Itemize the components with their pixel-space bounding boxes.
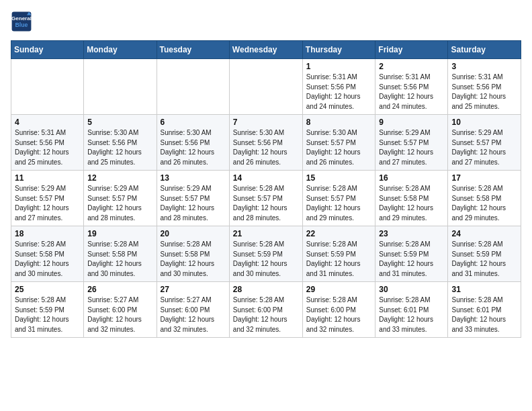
- calendar-cell: 10Sunrise: 5:29 AM Sunset: 5:57 PM Dayli…: [448, 115, 521, 171]
- calendar-cell: 29Sunrise: 5:28 AM Sunset: 6:00 PM Dayli…: [302, 282, 375, 338]
- calendar-cell: 18Sunrise: 5:28 AM Sunset: 5:58 PM Dayli…: [11, 226, 84, 282]
- calendar-cell: [229, 59, 302, 115]
- day-number: 6: [161, 118, 226, 127]
- day-info: Sunrise: 5:30 AM Sunset: 5:57 PM Dayligh…: [306, 128, 372, 167]
- day-info: Sunrise: 5:28 AM Sunset: 5:58 PM Dayligh…: [451, 184, 517, 223]
- page-header: General Blue: [11, 11, 521, 32]
- calendar-cell: 20Sunrise: 5:28 AM Sunset: 5:58 PM Dayli…: [157, 226, 229, 282]
- day-number: 25: [15, 285, 80, 294]
- day-number: 24: [451, 229, 517, 238]
- day-info: Sunrise: 5:28 AM Sunset: 6:01 PM Dayligh…: [379, 295, 444, 334]
- day-number: 26: [87, 285, 152, 294]
- calendar-cell: 17Sunrise: 5:28 AM Sunset: 5:58 PM Dayli…: [448, 171, 521, 226]
- calendar-cell: 30Sunrise: 5:28 AM Sunset: 6:01 PM Dayli…: [375, 282, 448, 338]
- day-number: 8: [306, 118, 372, 127]
- day-info: Sunrise: 5:28 AM Sunset: 5:59 PM Dayligh…: [15, 295, 80, 334]
- calendar-cell: 25Sunrise: 5:28 AM Sunset: 5:59 PM Dayli…: [11, 282, 84, 338]
- day-info: Sunrise: 5:28 AM Sunset: 6:01 PM Dayligh…: [451, 295, 517, 334]
- day-number: 22: [306, 229, 372, 238]
- day-number: 13: [161, 173, 226, 183]
- day-info: Sunrise: 5:28 AM Sunset: 5:57 PM Dayligh…: [306, 184, 372, 223]
- day-info: Sunrise: 5:31 AM Sunset: 5:56 PM Dayligh…: [379, 73, 444, 111]
- weekday-header-tuesday: Tuesday: [157, 41, 229, 59]
- day-number: 10: [451, 118, 517, 127]
- calendar-week-row: 25Sunrise: 5:28 AM Sunset: 5:59 PM Dayli…: [11, 282, 521, 338]
- day-info: Sunrise: 5:29 AM Sunset: 5:57 PM Dayligh…: [451, 128, 517, 167]
- calendar-cell: 13Sunrise: 5:29 AM Sunset: 5:57 PM Dayli…: [157, 171, 229, 226]
- day-number: 4: [15, 118, 80, 127]
- day-info: Sunrise: 5:28 AM Sunset: 6:00 PM Dayligh…: [233, 295, 299, 334]
- calendar-cell: 28Sunrise: 5:28 AM Sunset: 6:00 PM Dayli…: [229, 282, 302, 338]
- calendar-table: SundayMondayTuesdayWednesdayThursdayFrid…: [11, 40, 521, 338]
- calendar-week-row: 4Sunrise: 5:31 AM Sunset: 5:56 PM Daylig…: [11, 115, 521, 171]
- day-number: 3: [451, 62, 517, 71]
- day-number: 1: [306, 62, 372, 71]
- day-number: 21: [233, 229, 299, 238]
- calendar-cell: [84, 59, 157, 115]
- calendar-cell: 14Sunrise: 5:28 AM Sunset: 5:57 PM Dayli…: [229, 171, 302, 226]
- day-info: Sunrise: 5:29 AM Sunset: 5:57 PM Dayligh…: [379, 128, 444, 167]
- day-number: 5: [87, 118, 152, 127]
- calendar-cell: 21Sunrise: 5:28 AM Sunset: 5:59 PM Dayli…: [229, 226, 302, 282]
- day-info: Sunrise: 5:28 AM Sunset: 5:59 PM Dayligh…: [379, 240, 444, 279]
- calendar-cell: 1Sunrise: 5:31 AM Sunset: 5:56 PM Daylig…: [302, 59, 375, 115]
- day-info: Sunrise: 5:29 AM Sunset: 5:57 PM Dayligh…: [161, 184, 226, 223]
- day-number: 28: [233, 285, 299, 294]
- day-info: Sunrise: 5:28 AM Sunset: 5:57 PM Dayligh…: [233, 184, 299, 223]
- day-info: Sunrise: 5:28 AM Sunset: 5:59 PM Dayligh…: [306, 240, 372, 279]
- weekday-header-friday: Friday: [375, 41, 448, 59]
- day-info: Sunrise: 5:30 AM Sunset: 5:56 PM Dayligh…: [233, 128, 299, 167]
- calendar-cell: 11Sunrise: 5:29 AM Sunset: 5:57 PM Dayli…: [11, 171, 84, 226]
- calendar-cell: 27Sunrise: 5:27 AM Sunset: 6:00 PM Dayli…: [157, 282, 229, 338]
- calendar-cell: [157, 59, 229, 115]
- day-info: Sunrise: 5:29 AM Sunset: 5:57 PM Dayligh…: [15, 184, 80, 223]
- calendar-cell: 8Sunrise: 5:30 AM Sunset: 5:57 PM Daylig…: [302, 115, 375, 171]
- day-info: Sunrise: 5:27 AM Sunset: 6:00 PM Dayligh…: [161, 295, 226, 334]
- calendar-cell: [11, 59, 84, 115]
- calendar-cell: 5Sunrise: 5:30 AM Sunset: 5:56 PM Daylig…: [84, 115, 157, 171]
- day-info: Sunrise: 5:28 AM Sunset: 5:59 PM Dayligh…: [451, 240, 517, 279]
- day-info: Sunrise: 5:28 AM Sunset: 5:58 PM Dayligh…: [15, 240, 80, 279]
- day-info: Sunrise: 5:31 AM Sunset: 5:56 PM Dayligh…: [306, 73, 372, 111]
- calendar-week-row: 18Sunrise: 5:28 AM Sunset: 5:58 PM Dayli…: [11, 226, 521, 282]
- day-number: 11: [15, 173, 80, 183]
- weekday-header-saturday: Saturday: [448, 41, 521, 59]
- day-info: Sunrise: 5:29 AM Sunset: 5:57 PM Dayligh…: [87, 184, 152, 223]
- day-number: 12: [87, 173, 152, 183]
- calendar-week-row: 11Sunrise: 5:29 AM Sunset: 5:57 PM Dayli…: [11, 171, 521, 226]
- calendar-cell: 3Sunrise: 5:31 AM Sunset: 5:56 PM Daylig…: [448, 59, 521, 115]
- calendar-cell: 16Sunrise: 5:28 AM Sunset: 5:58 PM Dayli…: [375, 171, 448, 226]
- day-info: Sunrise: 5:31 AM Sunset: 5:56 PM Dayligh…: [451, 73, 517, 111]
- calendar-cell: 26Sunrise: 5:27 AM Sunset: 6:00 PM Dayli…: [84, 282, 157, 338]
- calendar-cell: 12Sunrise: 5:29 AM Sunset: 5:57 PM Dayli…: [84, 171, 157, 226]
- day-info: Sunrise: 5:28 AM Sunset: 5:58 PM Dayligh…: [161, 240, 226, 279]
- day-info: Sunrise: 5:27 AM Sunset: 6:00 PM Dayligh…: [87, 295, 152, 334]
- logo-icon: General Blue: [11, 11, 32, 32]
- day-number: 9: [379, 118, 444, 127]
- day-info: Sunrise: 5:28 AM Sunset: 5:59 PM Dayligh…: [233, 240, 299, 279]
- day-info: Sunrise: 5:28 AM Sunset: 6:00 PM Dayligh…: [306, 295, 372, 334]
- day-number: 31: [451, 285, 517, 294]
- day-number: 30: [379, 285, 444, 294]
- calendar-cell: 22Sunrise: 5:28 AM Sunset: 5:59 PM Dayli…: [302, 226, 375, 282]
- day-number: 7: [233, 118, 299, 127]
- day-number: 17: [451, 173, 517, 183]
- calendar-cell: 23Sunrise: 5:28 AM Sunset: 5:59 PM Dayli…: [375, 226, 448, 282]
- calendar-cell: 15Sunrise: 5:28 AM Sunset: 5:57 PM Dayli…: [302, 171, 375, 226]
- day-number: 16: [379, 173, 444, 183]
- weekday-header-thursday: Thursday: [302, 41, 375, 59]
- day-info: Sunrise: 5:30 AM Sunset: 5:56 PM Dayligh…: [161, 128, 226, 167]
- day-number: 14: [233, 173, 299, 183]
- calendar-cell: 6Sunrise: 5:30 AM Sunset: 5:56 PM Daylig…: [157, 115, 229, 171]
- calendar-cell: 7Sunrise: 5:30 AM Sunset: 5:56 PM Daylig…: [229, 115, 302, 171]
- day-info: Sunrise: 5:28 AM Sunset: 5:58 PM Dayligh…: [87, 240, 152, 279]
- weekday-header-wednesday: Wednesday: [229, 41, 302, 59]
- calendar-week-row: 1Sunrise: 5:31 AM Sunset: 5:56 PM Daylig…: [11, 59, 521, 115]
- calendar-cell: 9Sunrise: 5:29 AM Sunset: 5:57 PM Daylig…: [375, 115, 448, 171]
- weekday-header-monday: Monday: [84, 41, 157, 59]
- calendar-cell: 2Sunrise: 5:31 AM Sunset: 5:56 PM Daylig…: [375, 59, 448, 115]
- day-number: 2: [379, 62, 444, 71]
- day-number: 19: [87, 229, 152, 238]
- day-number: 29: [306, 285, 372, 294]
- day-number: 27: [161, 285, 226, 294]
